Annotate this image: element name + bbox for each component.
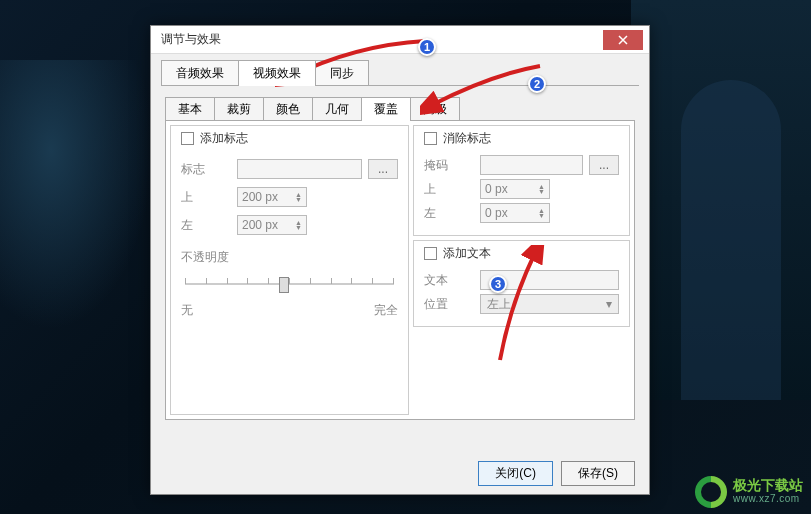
label-logo: 标志	[181, 161, 231, 178]
subtab-advanced[interactable]: 高级	[410, 97, 460, 121]
spin-arrows-icon: ▲▼	[295, 220, 302, 230]
browse-logo-button[interactable]: ...	[368, 159, 398, 179]
panel-add-text: 添加文本 文本 位置 左上 ▾	[413, 240, 630, 327]
label-add-text: 添加文本	[443, 245, 491, 262]
subtab-overlay[interactable]: 覆盖	[361, 97, 411, 121]
checkbox-remove-logo[interactable]	[424, 132, 437, 145]
label-add-logo: 添加标志	[200, 130, 248, 147]
input-mask-path[interactable]	[480, 155, 583, 175]
slider-min-label: 无	[181, 302, 193, 319]
main-tabs: 音频效果 视频效果 同步	[161, 60, 639, 86]
dialog-title: 调节与效果	[157, 31, 221, 48]
spin-logo-top[interactable]: 200 px ▲▼	[237, 187, 307, 207]
spin-logo-top-value: 200 px	[242, 190, 278, 204]
subtab-geometry[interactable]: 几何	[312, 97, 362, 121]
spin-logo-left-value: 200 px	[242, 218, 278, 232]
main-tabs-underline	[161, 85, 639, 86]
tab-video-effects[interactable]: 视频效果	[238, 60, 316, 86]
subtab-basic[interactable]: 基本	[165, 97, 215, 121]
label-logo-top: 上	[181, 189, 231, 206]
spin-mask-top-value: 0 px	[485, 182, 508, 196]
sub-tabs: 基本 裁剪 颜色 几何 覆盖 高级	[165, 97, 635, 121]
tab-audio-effects[interactable]: 音频效果	[161, 60, 239, 86]
slider-thumb[interactable]	[279, 277, 289, 293]
overlay-tab-content: 添加标志 标志 ... 上 200 px ▲▼ 左	[165, 120, 635, 420]
label-position: 位置	[424, 296, 474, 313]
spin-arrows-icon: ▲▼	[538, 208, 545, 218]
background-window	[681, 80, 781, 400]
slider-max-label: 完全	[374, 302, 398, 319]
watermark-icon	[695, 476, 727, 508]
label-text: 文本	[424, 272, 474, 289]
spin-logo-left[interactable]: 200 px ▲▼	[237, 215, 307, 235]
panel-remove-logo: 消除标志 掩码 ... 上 0 px ▲▼	[413, 125, 630, 236]
subtab-crop[interactable]: 裁剪	[214, 97, 264, 121]
watermark: 极光下载站 www.xz7.com	[695, 476, 803, 508]
background-glow	[0, 60, 170, 360]
dialog-adjustments-effects: 调节与效果 音频效果 视频效果 同步 基本 裁剪 颜色 几何 覆盖 高级 添加标…	[150, 25, 650, 495]
close-icon	[618, 35, 628, 45]
watermark-title: 极光下载站	[733, 478, 803, 492]
checkbox-add-text[interactable]	[424, 247, 437, 260]
label-mask-left: 左	[424, 205, 474, 222]
input-logo-path[interactable]	[237, 159, 362, 179]
checkbox-add-logo[interactable]	[181, 132, 194, 145]
label-remove-logo: 消除标志	[443, 130, 491, 147]
slider-opacity[interactable]	[185, 274, 394, 294]
subtab-color[interactable]: 颜色	[263, 97, 313, 121]
spin-mask-left-value: 0 px	[485, 206, 508, 220]
spin-arrows-icon: ▲▼	[295, 192, 302, 202]
label-mask: 掩码	[424, 157, 474, 174]
label-mask-top: 上	[424, 181, 474, 198]
slider-ticks	[185, 278, 394, 284]
tab-sync[interactable]: 同步	[315, 60, 369, 86]
panel-add-logo: 添加标志 标志 ... 上 200 px ▲▼ 左	[170, 125, 409, 415]
spin-mask-top[interactable]: 0 px ▲▼	[480, 179, 550, 199]
label-logo-left: 左	[181, 217, 231, 234]
chevron-down-icon: ▾	[606, 297, 612, 311]
select-position[interactable]: 左上 ▾	[480, 294, 619, 314]
spin-arrows-icon: ▲▼	[538, 184, 545, 194]
dialog-header: 调节与效果	[151, 26, 649, 54]
browse-mask-button[interactable]: ...	[589, 155, 619, 175]
dialog-footer: 关闭(C) 保存(S)	[478, 461, 635, 486]
select-position-value: 左上	[487, 296, 511, 313]
watermark-url: www.xz7.com	[733, 492, 803, 506]
save-button[interactable]: 保存(S)	[561, 461, 635, 486]
spin-mask-left[interactable]: 0 px ▲▼	[480, 203, 550, 223]
label-opacity: 不透明度	[181, 249, 398, 266]
close-dialog-button[interactable]: 关闭(C)	[478, 461, 553, 486]
input-text[interactable]	[480, 270, 619, 290]
close-button[interactable]	[603, 30, 643, 50]
